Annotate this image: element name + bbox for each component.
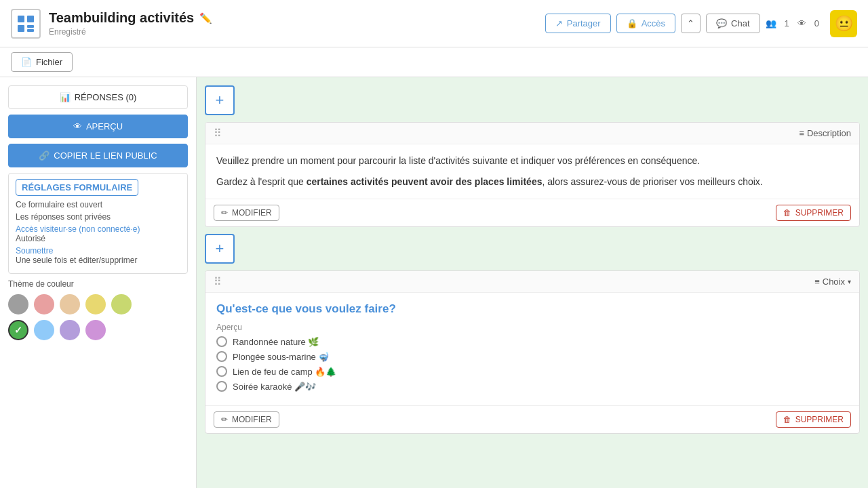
chat-button[interactable]: 💬 Chat (706, 14, 760, 33)
color-swatch-yellow[interactable] (85, 294, 106, 314)
card-actions-2: ✏ MODIFIER 🗑 SUPPRIMER (205, 405, 859, 433)
submit-value: Une seule fois et éditer/supprimer (16, 256, 180, 265)
chat-icon: 💬 (716, 18, 727, 28)
option-3: Lien de feu de camp 🔥🌲 (216, 366, 848, 377)
option-4: Soirée karaoké 🎤🎶 (216, 381, 848, 392)
plus-icon-2: + (216, 240, 224, 258)
copy-link-button[interactable]: 🔗 COPIER LE LIEN PUBLIC (8, 144, 188, 167)
choice-icon: ≡ (814, 277, 820, 287)
card-body-2: Qu'est-ce que vous voulez faire? Aperçu … (205, 293, 859, 405)
question-title: Qu'est-ce que vous voulez faire? (216, 302, 848, 316)
option-label-2: Plongée sous-marine 🤿 (233, 352, 329, 362)
share-label: Partager (567, 18, 601, 28)
color-swatch-light-blue[interactable] (34, 320, 54, 340)
users-icon: 👥 (766, 18, 776, 28)
responses-button[interactable]: 📊 RÉPONSES (0) (8, 85, 188, 109)
card-actions-1: ✏ MODIFIER 🗑 SUPPRIMER (205, 199, 859, 226)
edit-icon[interactable]: ✏️ (199, 12, 212, 24)
description-card: ⠿ ≡ Description Veuillez prendre un mome… (205, 122, 860, 227)
collapse-button[interactable]: ⌃ (681, 14, 701, 33)
delete-button-1[interactable]: 🗑 SUPPRIMER (776, 205, 851, 221)
copy-link-label: COPIER LE LIEN PUBLIC (54, 150, 157, 161)
radio-circle-4 (216, 381, 227, 392)
responses-private-info: Les réponses sont privées (16, 212, 180, 222)
view-count: 0 (814, 18, 819, 28)
color-swatch-peach[interactable] (60, 294, 80, 314)
modify-button-1[interactable]: ✏ MODIFIER (214, 205, 279, 221)
radio-circle-2 (216, 351, 227, 362)
bot-emoji: 😐 (835, 15, 853, 33)
text-suffix: , alors assurez-vous de prioriser vos me… (542, 176, 762, 187)
settings-button[interactable]: RÉGLAGES FORMULAIRE (16, 179, 138, 196)
trash-icon-2: 🗑 (783, 415, 791, 424)
svg-rect-0 (18, 16, 24, 22)
trash-icon-1: 🗑 (783, 208, 791, 218)
text-bold: certaines activités peuvent avoir des pl… (307, 176, 542, 187)
card-type-label-1: Description (807, 128, 851, 138)
chat-label: Chat (731, 18, 749, 28)
option-2: Plongée sous-marine 🤿 (216, 351, 848, 362)
drag-handle-2[interactable]: ⠿ (214, 275, 222, 288)
visitor-access-label[interactable]: Accès visiteur·se (non connecté·e) (16, 224, 180, 234)
description-icon: ≡ (799, 128, 804, 138)
eye-icon: 👁 (73, 121, 82, 131)
radio-circle-1 (216, 336, 227, 347)
color-swatch-pink[interactable] (34, 294, 54, 314)
apercu-label: Aperçu (216, 323, 848, 332)
color-swatch-green[interactable]: ✓ (8, 320, 28, 340)
drag-handle-1[interactable]: ⠿ (214, 127, 222, 140)
svg-rect-4 (27, 29, 34, 32)
share-button[interactable]: ↗ Partager (545, 14, 611, 33)
delete-button-2[interactable]: 🗑 SUPPRIMER (776, 411, 851, 428)
option-1: Randonnée nature 🌿 (216, 336, 848, 347)
pencil-icon-2: ✏ (221, 415, 228, 424)
modify-label-2: MODIFIER (232, 415, 272, 424)
option-label-1: Randonnée nature 🌿 (233, 337, 319, 347)
modify-label-1: MODIFIER (232, 208, 272, 218)
card-body-1: Veuillez prendre un moment pour parcouri… (205, 144, 859, 199)
modify-button-2[interactable]: ✏ MODIFIER (214, 411, 279, 428)
color-swatch-purple[interactable] (85, 320, 106, 340)
responses-label: RÉPONSES (0) (75, 92, 137, 102)
check-icon: ✓ (14, 325, 22, 336)
radio-circle-3 (216, 366, 227, 377)
color-swatch-lavender[interactable] (60, 320, 80, 340)
access-label: Accès (642, 18, 665, 28)
theme-label: Thème de couleur (8, 279, 188, 289)
preview-label: APERÇU (86, 121, 123, 131)
form-settings-section: RÉGLAGES FORMULAIRE Ce formulaire est ou… (8, 173, 188, 274)
chevron-down-icon: ▾ (848, 278, 851, 285)
bar-chart-icon: 📊 (60, 92, 71, 102)
delete-label-2: SUPPRIMER (795, 415, 844, 424)
svg-rect-1 (27, 16, 34, 22)
file-label: Fichier (36, 57, 62, 67)
delete-label-1: SUPPRIMER (795, 208, 844, 218)
file-button[interactable]: 📄 Fichier (11, 52, 73, 72)
svg-rect-2 (18, 25, 24, 32)
card-type-2: ≡ Choix ▾ (814, 277, 851, 287)
lock-icon: 🔒 (627, 18, 637, 28)
preview-button[interactable]: 👁 APERÇU (8, 115, 188, 138)
svg-rect-3 (27, 25, 34, 28)
title-text: Teambuilding activités (49, 10, 194, 26)
bot-avatar: 😐 (830, 10, 857, 37)
add-element-button-2[interactable]: + (205, 234, 235, 264)
text-prefix: Gardez à l'esprit que (216, 176, 307, 187)
stats-area: 👥 1 👁 0 (766, 18, 819, 28)
submit-label[interactable]: Soumettre (16, 246, 180, 256)
link-icon: 🔗 (39, 150, 50, 161)
access-button[interactable]: 🔒 Accès (616, 14, 675, 33)
color-swatch-gray[interactable] (8, 294, 28, 314)
color-swatches-row1 (8, 294, 188, 314)
color-swatches-row2: ✓ (8, 320, 188, 340)
user-count: 1 (785, 18, 789, 28)
sidebar: 📊 RÉPONSES (0) 👁 APERÇU 🔗 COPIER LE LIEN… (0, 77, 197, 488)
color-swatch-lime[interactable] (111, 294, 132, 314)
title-area: Teambuilding activités ✏️ Enregistré (49, 10, 545, 37)
main-layout: 📊 RÉPONSES (0) 👁 APERÇU 🔗 COPIER LE LIEN… (0, 77, 868, 488)
form-open-info: Ce formulaire est ouvert (16, 200, 180, 209)
share-icon: ↗ (555, 18, 563, 28)
card-type-1: ≡ Description (799, 128, 851, 138)
app-logo (11, 9, 41, 39)
add-element-button-1[interactable]: + (205, 85, 235, 115)
